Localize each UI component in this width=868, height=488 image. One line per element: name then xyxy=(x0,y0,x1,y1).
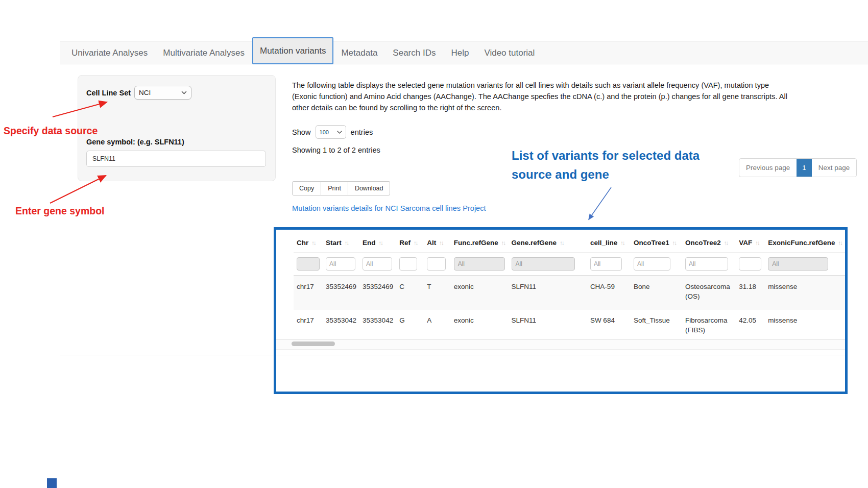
sort-icon[interactable]: ↑↓ xyxy=(724,240,728,246)
partial-footer-logo xyxy=(47,478,57,488)
annotation-enter-gene-symbol: Enter gene symbol xyxy=(15,205,104,217)
table-row[interactable]: chr173535304235353042GAexonicSLFN11SW 68… xyxy=(294,309,845,339)
column-label: Chr xyxy=(297,239,308,247)
column-label: Start xyxy=(326,239,342,247)
sort-icon[interactable]: ↑↓ xyxy=(560,240,564,246)
column-header-start[interactable]: Start↑↓ xyxy=(323,231,359,253)
cell-func-refgene: exonic xyxy=(451,309,509,339)
cell-chr: chr17 xyxy=(294,276,323,309)
cell-alt: A xyxy=(424,309,450,339)
column-header-func-refgene[interactable]: Func.refGene↑↓ xyxy=(451,231,509,253)
pagination: Previous page 1 Next page xyxy=(739,158,857,177)
cell-oncotree2: Osteosarcoma (OS) xyxy=(682,276,736,309)
cell-ref: G xyxy=(396,309,424,339)
page-length-select[interactable]: 100 xyxy=(316,125,346,139)
sort-icon[interactable]: ↑↓ xyxy=(345,240,349,246)
cell-end: 35353042 xyxy=(359,309,396,339)
cell-vaf: 42.05 xyxy=(736,309,765,339)
column-label: Alt xyxy=(427,239,436,247)
cell-oncotree2: Fibrosarcoma (FIBS) xyxy=(682,309,736,339)
column-header-cell-line[interactable]: cell_line↑↓ xyxy=(587,231,631,253)
column-label: OncoTree2 xyxy=(685,239,721,247)
tab-search-ids[interactable]: Search IDs xyxy=(385,41,443,64)
filter-input-cell-line[interactable] xyxy=(590,257,622,271)
export-button-group: CopyPrintDownload xyxy=(292,181,390,196)
filter-select-func-refgene[interactable]: All xyxy=(454,257,505,271)
table-row[interactable]: chr173535246935352469CTexonicSLFN11CHA-5… xyxy=(294,276,845,309)
column-header-chr[interactable]: Chr↑↓ xyxy=(294,231,323,253)
column-header-ref[interactable]: Ref↑↓ xyxy=(396,231,424,253)
column-label: VAF xyxy=(739,239,752,247)
show-label: Show xyxy=(292,128,311,136)
column-header-exonicfunc-refgene[interactable]: ExonicFunc.refGene↑↓ xyxy=(765,231,845,253)
gene-symbol-input[interactable] xyxy=(86,151,266,167)
column-header-gene-refgene[interactable]: Gene.refGene↑↓ xyxy=(509,231,587,253)
filter-input-start[interactable] xyxy=(326,257,355,271)
cell-start: 35352469 xyxy=(323,276,359,309)
control-panel: Cell Line Set NCI Gene symbol: (e.g. SLF… xyxy=(78,75,276,181)
filter-input-ref[interactable] xyxy=(399,257,417,271)
sort-icon[interactable]: ↑↓ xyxy=(501,240,505,246)
column-header-alt[interactable]: Alt↑↓ xyxy=(424,231,450,253)
column-header-oncotree1[interactable]: OncoTree1↑↓ xyxy=(631,231,682,253)
chevron-down-icon xyxy=(181,91,187,94)
print-button[interactable]: Print xyxy=(321,181,348,196)
sort-icon[interactable]: ↑↓ xyxy=(379,240,383,246)
annotation-specify-data-source: Specify data source xyxy=(4,125,98,137)
sort-icon[interactable]: ↑↓ xyxy=(672,240,677,246)
filter-input-oncotree2[interactable] xyxy=(685,257,728,271)
sort-icon[interactable]: ↑↓ xyxy=(439,240,443,246)
cell-vaf: 31.18 xyxy=(736,276,765,309)
cell-exonicfunc-refgene: missense xyxy=(765,276,845,309)
filter-input-alt[interactable] xyxy=(427,257,446,271)
top-navbar: Univariate AnalysesMultivariate Analyses… xyxy=(60,41,868,64)
tab-help[interactable]: Help xyxy=(443,41,476,64)
filter-select-exonicfunc-refgene[interactable]: All xyxy=(768,257,828,271)
sort-icon[interactable]: ↑↓ xyxy=(620,240,624,246)
tab-multivariate-analyses[interactable]: Multivariate Analyses xyxy=(155,41,252,64)
table-caption-link[interactable]: Mutation variants details for NCI Sarcom… xyxy=(292,204,486,212)
sort-icon[interactable]: ↑↓ xyxy=(414,240,418,246)
cell-cell-line: SW 684 xyxy=(587,309,631,339)
column-header-end[interactable]: End↑↓ xyxy=(359,231,396,253)
cell-line-set-value: NCI xyxy=(139,89,151,96)
variants-table-card: Chr↑↓Start↑↓End↑↓Ref↑↓Alt↑↓Func.refGene↑… xyxy=(274,227,848,394)
annotation-variants-heading: List of variants for selected data sourc… xyxy=(512,146,700,184)
annotation-variants-line2: source and gene xyxy=(512,165,700,184)
filter-input-end[interactable] xyxy=(363,257,392,271)
blue-arrow-to-table xyxy=(589,187,611,219)
download-button[interactable]: Download xyxy=(348,181,391,196)
filter-select-chr[interactable] xyxy=(297,257,320,271)
cell-oncotree1: Soft_Tissue xyxy=(631,309,682,339)
showing-entries-status: Showing 1 to 2 of 2 entries xyxy=(292,146,380,154)
cell-gene-refgene: SLFN11 xyxy=(509,309,587,339)
column-label: cell_line xyxy=(590,239,617,247)
column-header-oncotree2[interactable]: OncoTree2↑↓ xyxy=(682,231,736,253)
tab-univariate-analyses[interactable]: Univariate Analyses xyxy=(64,41,155,64)
filter-input-vaf[interactable] xyxy=(739,257,761,271)
tab-video-tutorial[interactable]: Video tutorial xyxy=(476,41,542,64)
column-label: Ref xyxy=(399,239,411,247)
sort-icon[interactable]: ↑↓ xyxy=(755,240,759,246)
previous-page-button[interactable]: Previous page xyxy=(739,159,797,177)
cell-line-set-select[interactable]: NCI xyxy=(134,86,191,100)
sort-icon[interactable]: ↑↓ xyxy=(311,240,316,246)
next-page-button[interactable]: Next page xyxy=(812,159,857,177)
horizontal-scrollbar-thumb[interactable] xyxy=(292,341,335,346)
column-label: Gene.refGene xyxy=(512,239,557,247)
horizontal-scrollbar-track[interactable] xyxy=(276,339,845,350)
table-header-row: Chr↑↓Start↑↓End↑↓Ref↑↓Alt↑↓Func.refGene↑… xyxy=(294,231,845,253)
variants-table: Chr↑↓Start↑↓End↑↓Ref↑↓Alt↑↓Func.refGene↑… xyxy=(294,231,845,339)
chevron-down-icon xyxy=(337,131,342,134)
tab-mutation-variants[interactable]: Mutation variants xyxy=(252,37,333,64)
column-header-vaf[interactable]: VAF↑↓ xyxy=(736,231,765,253)
filter-input-oncotree1[interactable] xyxy=(634,257,670,271)
sort-icon[interactable]: ↑↓ xyxy=(838,240,842,246)
copy-button[interactable]: Copy xyxy=(292,181,321,196)
page-1-button[interactable]: 1 xyxy=(797,159,812,177)
tab-metadata[interactable]: Metadata xyxy=(333,41,385,64)
cell-ref: C xyxy=(396,276,424,309)
table-filter-row: AllAllAll xyxy=(294,253,845,276)
filter-select-gene-refgene[interactable]: All xyxy=(512,257,575,271)
cell-cell-line: CHA-59 xyxy=(587,276,631,309)
